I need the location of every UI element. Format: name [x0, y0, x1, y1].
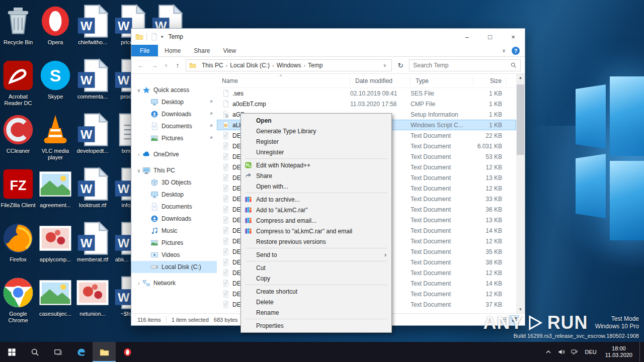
chevron-right-icon[interactable]: › [135, 281, 142, 286]
address-bar[interactable]: This PC›Local Disk (C:)›Windows›Temp ∨ [186, 59, 392, 71]
sidebar-item-desktop[interactable]: Desktop [131, 189, 217, 201]
desktop-icon-recycle-bin[interactable]: Recycle Bin [0, 3, 36, 46]
desktop-icon-skype[interactable]: SSkype [37, 57, 73, 100]
language-indicator[interactable]: DEU [584, 349, 598, 355]
menu-item-open-with[interactable]: Open with... [241, 181, 391, 192]
vertical-scrollbar[interactable]: ▲ ▼ [516, 74, 525, 313]
tab-share[interactable]: Share [187, 45, 216, 56]
recent-locations-icon[interactable]: ∨ [163, 60, 170, 71]
desktop-icon-chiefwitho[interactable]: Wchiefwitho... [74, 3, 111, 46]
desktop-icon-casesubjec[interactable]: casesubjec... [37, 275, 73, 317]
menu-item-copy[interactable]: Copy [241, 273, 391, 284]
chevron-down-icon[interactable]: ∨ [135, 168, 142, 173]
desktop-icon-looktrust-rtf[interactable]: Wlooktrust.rtf [74, 166, 111, 209]
menu-item-properties[interactable]: Properties [241, 320, 391, 331]
desktop-icon-commenta[interactable]: Wcommenta... [74, 57, 111, 100]
menu-item-delete[interactable]: Delete [241, 297, 391, 307]
column-header-date-modified[interactable]: Date modified [350, 76, 411, 85]
scrollbar-track[interactable] [516, 81, 525, 306]
desktop-icon-netunion[interactable]: netunion... [74, 275, 111, 317]
column-header-size[interactable]: Size [473, 76, 506, 85]
sidebar-item-downloads[interactable]: Downloads [131, 108, 217, 120]
breadcrumb-item-local-disk-c[interactable]: Local Disk (C:) [227, 62, 272, 69]
taskbar-search-button[interactable] [23, 342, 46, 362]
show-desktop-button[interactable] [639, 342, 642, 362]
quick-access-toolbar-icon[interactable] [150, 33, 158, 41]
minimize-button[interactable]: – [455, 29, 478, 45]
search-box[interactable] [409, 59, 521, 71]
desktop-icon-ccleaner[interactable]: CCleaner [0, 112, 36, 154]
sidebar-item-music[interactable]: Music [131, 225, 217, 237]
breadcrumb-item-this-pc[interactable]: This PC [199, 62, 226, 69]
sidebar-item-local-disk-c[interactable]: Local Disk (C:) [131, 261, 217, 273]
volume-icon[interactable] [557, 348, 566, 356]
start-button[interactable] [0, 342, 23, 362]
sidebar-item-onedrive[interactable]: ›OneDrive [131, 148, 217, 160]
sidebar-item-this-pc[interactable]: ∨This PC [131, 164, 217, 176]
sidebar-item-quick-access[interactable]: ∨Quick access [131, 84, 217, 96]
clock[interactable]: 18:00 11.03.2020 [603, 345, 635, 358]
breadcrumb-item-windows[interactable]: Windows [274, 62, 304, 69]
sidebar-item-network[interactable]: ›Network [131, 277, 217, 289]
column-header-name[interactable]: Name [217, 76, 350, 85]
menu-item-rename[interactable]: Rename [241, 307, 391, 318]
menu-item-cut[interactable]: Cut [241, 262, 391, 273]
menu-item-compress-and-email[interactable]: Compress and email... [241, 215, 391, 226]
tab-file[interactable]: File [131, 45, 158, 56]
scroll-up-icon[interactable]: ▲ [516, 74, 525, 81]
taskbar-opera-button[interactable] [116, 342, 139, 362]
desktop-icon-acrobat-reader-dc[interactable]: Acrobat Reader DC [0, 57, 36, 107]
menu-item-compress-to-alkmc-rar-and-email[interactable]: Compress to "aLkmC.rar" and email [241, 226, 391, 236]
tab-home[interactable]: Home [158, 45, 187, 56]
menu-item-unregister[interactable]: Unregister [241, 147, 391, 157]
menu-item-add-to-alkmc-rar[interactable]: Add to "aLkmC.rar" [241, 205, 391, 215]
taskbar-edge-button[interactable] [69, 342, 93, 362]
sidebar-item-documents[interactable]: Documents [131, 201, 217, 213]
maximize-button[interactable]: □ [478, 29, 502, 45]
refresh-button[interactable]: ↻ [394, 59, 407, 71]
desktop-icon-filezilla-client[interactable]: FZFileZilla Client [0, 166, 36, 209]
chevron-down-icon[interactable]: ∨ [135, 87, 142, 93]
help-icon[interactable]: ? [512, 47, 520, 55]
desktop-icon-applycomp[interactable]: applycomp... [37, 220, 73, 263]
sidebar-item-pictures[interactable]: Pictures [131, 237, 217, 249]
back-button[interactable]: ← [135, 60, 146, 71]
menu-item-create-shortcut[interactable]: Create shortcut [241, 286, 391, 297]
expand-ribbon-icon[interactable]: ∨ [502, 48, 506, 53]
hidden-icons-button[interactable] [544, 348, 553, 356]
menu-item-share[interactable]: Share [241, 170, 391, 181]
search-input[interactable] [413, 62, 510, 69]
chevron-right-icon[interactable]: › [135, 152, 142, 157]
taskbar-explorer-button[interactable] [93, 342, 116, 362]
desktop-icon-opera[interactable]: Opera [37, 3, 73, 46]
menu-item-add-to-archive[interactable]: Add to archive... [241, 194, 391, 205]
sidebar-item-3d-objects[interactable]: 3D Objects [131, 176, 217, 189]
address-dropdown-icon[interactable]: ∨ [380, 63, 389, 68]
up-button[interactable]: ↑ [172, 60, 183, 71]
forward-button[interactable]: → [149, 60, 160, 71]
file-row-a0oebt-cmp[interactable]: a0oEbT.cmp11.03.2020 17:58CMP File1 KB [217, 99, 516, 109]
sidebar-item-pictures[interactable]: Pictures [131, 132, 217, 144]
menu-item-send-to[interactable]: Send to› [241, 249, 391, 260]
file-row-ses[interactable]: .ses02.10.2019 09:41SES File1 KB [217, 88, 516, 99]
desktop-icon-firefox[interactable]: Firefox [0, 220, 36, 263]
network-icon[interactable] [571, 348, 579, 356]
sidebar-item-documents[interactable]: Documents [131, 120, 217, 132]
task-view-button[interactable] [46, 342, 69, 362]
menu-item-open[interactable]: Open [241, 115, 391, 126]
menu-item-edit-with-notepad[interactable]: Edit with Notepad++ [241, 160, 391, 170]
breadcrumb-item-temp[interactable]: Temp [305, 62, 325, 69]
column-header-type[interactable]: Type [411, 76, 473, 85]
scrollbar-thumb[interactable] [517, 84, 524, 155]
sidebar-item-desktop[interactable]: Desktop [131, 96, 217, 108]
desktop-icon-memberat-rtf[interactable]: Wmemberat.rtf [74, 220, 111, 263]
menu-item-generate-type-library[interactable]: Generate Type Library [241, 126, 391, 136]
desktop-icon-agreement[interactable]: agreement... [37, 166, 73, 209]
menu-item-restore-previous-versions[interactable]: Restore previous versions [241, 236, 391, 247]
sidebar-item-downloads[interactable]: Downloads [131, 213, 217, 225]
close-button[interactable]: × [502, 29, 525, 45]
quick-access-toolbar-caret-icon[interactable]: ▾ [161, 34, 164, 39]
sidebar-item-videos[interactable]: Videos [131, 249, 217, 261]
desktop-icon-vlc-media-player[interactable]: VLC media player [37, 112, 73, 161]
desktop-icon-google-chrome[interactable]: Google Chrome [0, 275, 36, 324]
